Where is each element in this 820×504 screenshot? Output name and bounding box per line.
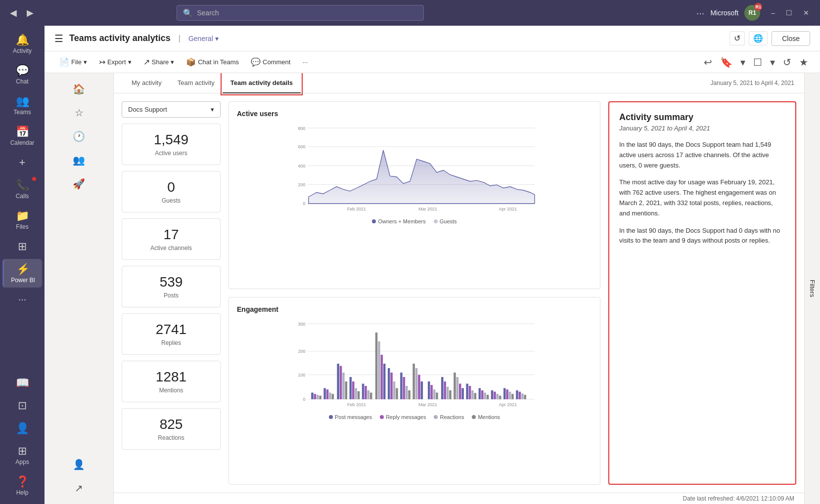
undo-icon[interactable]: ↩	[702, 54, 714, 70]
legend-label-guests: Guests	[440, 218, 457, 224]
sidebar-item-files[interactable]: 📁 Files	[2, 206, 42, 234]
app-header: ☰ Teams activity analytics | General ▾ ↺…	[45, 26, 820, 51]
svg-rect-27	[329, 393, 331, 400]
avatar-initials: R1	[749, 9, 756, 16]
svg-rect-65	[454, 373, 456, 399]
metrics-panel: Docs Support ▾ 1,549 Active users 0 Gues…	[122, 101, 221, 485]
sidebar-item-help[interactable]: ❓ Help	[2, 471, 42, 500]
svg-rect-72	[474, 393, 477, 399]
sidebar-item-apps[interactable]: ⊞ Apps	[2, 441, 42, 469]
svg-rect-83	[509, 392, 511, 399]
side-nav-person2[interactable]: 👤	[45, 453, 113, 476]
engagement-legend: Post messages Reply messages Reactions	[237, 414, 592, 420]
legend-dot-mentions	[472, 415, 476, 419]
export-label: Export	[107, 58, 126, 66]
window-close-button[interactable]: ✕	[798, 7, 814, 19]
svg-text:0: 0	[303, 397, 305, 402]
search-input[interactable]	[197, 9, 417, 17]
share-button[interactable]: ↗ Share ▾	[138, 55, 180, 69]
view-icon[interactable]: ☐	[751, 54, 764, 70]
legend-dot-posts	[329, 415, 333, 419]
file-arrow: ▾	[84, 58, 87, 66]
sidebar-item-book[interactable]: 📖	[2, 373, 42, 393]
comment-button[interactable]: 💬 Comment	[246, 55, 295, 69]
toolbar: 📄 File ▾ ↣ Export ▾ ↗ Share ▾ 📦 Chat in …	[45, 51, 820, 73]
side-nav-arrow[interactable]: ↗	[45, 476, 113, 500]
team-dropdown[interactable]: Docs Support ▾	[122, 101, 221, 118]
view-arrow[interactable]: ▾	[768, 54, 777, 70]
avatar[interactable]: R1 R1	[744, 5, 760, 21]
svg-rect-24	[319, 396, 321, 399]
header-menu-icon[interactable]: ☰	[54, 33, 63, 44]
sidebar-item-person[interactable]: 👤	[2, 418, 42, 439]
svg-rect-29	[337, 364, 339, 399]
sidebar-item-label: Help	[16, 489, 29, 496]
sidebar-item-grid[interactable]: ⊡	[2, 395, 42, 416]
calls-notification-dot	[32, 177, 36, 181]
tab-team-activity-details[interactable]: Team activity details	[223, 73, 301, 93]
summary-title: Activity summary	[619, 112, 785, 123]
report-body: Docs Support ▾ 1,549 Active users 0 Gues…	[114, 93, 804, 493]
side-nav-star[interactable]: ☆	[45, 101, 113, 125]
svg-rect-67	[459, 384, 461, 400]
sidebar-item-chat[interactable]: 💬 Chat	[2, 60, 42, 89]
general-tab[interactable]: General ▾	[188, 35, 219, 42]
sidebar-item-more[interactable]: ···	[2, 290, 42, 309]
side-nav-home[interactable]: 🏠	[45, 77, 113, 101]
sidebar-item-activity[interactable]: 🔔 Activity	[2, 30, 42, 58]
favorite-icon[interactable]: ★	[797, 54, 810, 70]
metric-active-users: 1,549 Active users	[122, 124, 221, 165]
last-refreshed-text: Date last refreshed: 4/6/2021 12:10:09 A…	[683, 495, 794, 502]
sidebar-item-calendar[interactable]: 📅 Calendar	[2, 122, 42, 150]
more-icon: ···	[18, 294, 27, 305]
comment-label: Comment	[263, 58, 290, 66]
legend-mentions-eng: Mentions	[472, 414, 500, 420]
refresh-toolbar-icon[interactable]: ↺	[781, 54, 793, 70]
minimize-button[interactable]: –	[766, 7, 780, 19]
calendar-icon: 📅	[16, 126, 29, 138]
header-actions: ↺ 🌐 Close	[729, 31, 810, 46]
maximize-button[interactable]: ☐	[781, 7, 797, 19]
legend-label-mentions: Mentions	[478, 414, 500, 420]
bookmark-arrow[interactable]: ▾	[738, 54, 747, 70]
sidebar-item-teams[interactable]: 👥 Teams	[2, 91, 42, 120]
side-nav-rocket[interactable]: 🚀	[45, 172, 113, 196]
sidebar-item-calls[interactable]: 📞 Calls	[2, 175, 42, 204]
chat-icon: 💬	[16, 64, 29, 77]
side-nav-people[interactable]: 👥	[45, 148, 113, 172]
metric-label: Posts	[130, 292, 212, 299]
tab-team-activity[interactable]: Team activity	[170, 73, 223, 93]
close-report-button[interactable]: Close	[772, 31, 810, 46]
svg-rect-59	[433, 389, 436, 399]
sidebar-item-add[interactable]: +	[2, 152, 42, 173]
sidebar-item-powerbi[interactable]: ⚡ Power BI	[2, 259, 42, 288]
globe-button[interactable]: 🌐	[749, 31, 768, 45]
filters-tab[interactable]: Filters	[804, 73, 820, 504]
svg-rect-41	[375, 333, 378, 399]
report-area: 🏠 ☆ 🕐 👥 🚀 👤 ↗ My activity Team activity …	[45, 73, 820, 504]
side-nav-history[interactable]: 🕐	[45, 125, 113, 148]
refresh-button[interactable]: ↺	[729, 31, 745, 45]
tab-my-activity[interactable]: My activity	[124, 73, 170, 93]
sidebar-item-dashboard[interactable]: ⊞	[2, 236, 42, 257]
metric-value: 539	[130, 274, 212, 290]
toolbar-more-button[interactable]: ···	[297, 56, 313, 68]
back-button[interactable]: ◀	[6, 5, 21, 20]
header-divider: |	[179, 34, 181, 43]
svg-rect-37	[362, 384, 364, 400]
svg-rect-36	[358, 391, 360, 399]
svg-rect-51	[406, 386, 408, 399]
metric-label: Replies	[130, 339, 212, 346]
chat-in-teams-button[interactable]: 📦 Chat in Teams	[181, 55, 244, 69]
more-options-icon[interactable]: ···	[696, 7, 705, 19]
files-icon: 📁	[16, 210, 29, 222]
svg-rect-49	[400, 373, 403, 399]
chat-teams-icon: 📦	[186, 57, 196, 67]
export-button[interactable]: ↣ Export ▾	[94, 55, 137, 69]
file-menu-button[interactable]: 📄 File ▾	[54, 55, 92, 69]
bookmark-icon[interactable]: 🔖	[718, 54, 734, 70]
legend-dot-guests	[434, 219, 438, 223]
forward-button[interactable]: ▶	[23, 5, 38, 20]
svg-text:800: 800	[298, 126, 305, 131]
side-panel-left: 🏠 ☆ 🕐 👥 🚀 👤 ↗	[45, 73, 114, 504]
